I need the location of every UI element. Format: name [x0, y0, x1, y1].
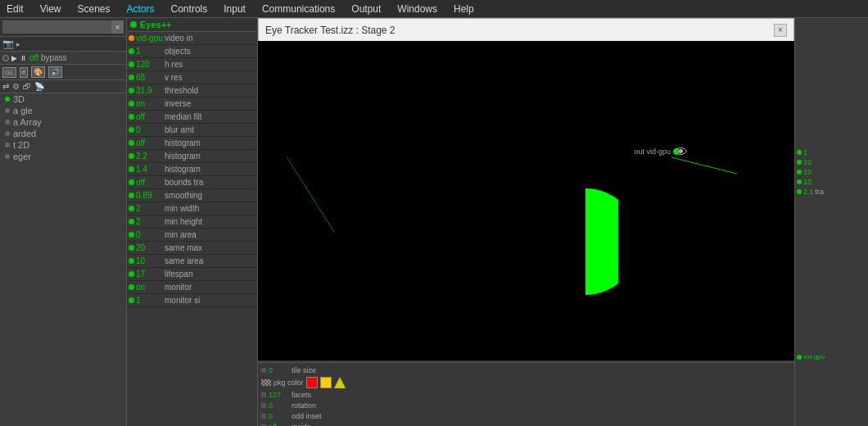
- play-icon[interactable]: ▶: [11, 54, 17, 62]
- prop-dot: [261, 368, 266, 373]
- camera-icon[interactable]: 📷: [2, 39, 14, 49]
- green-shape: [553, 188, 618, 295]
- param-vres[interactable]: 68 v res: [127, 71, 257, 84]
- param-min-width[interactable]: 2 min width: [127, 202, 257, 215]
- menu-scenes[interactable]: Scenes: [74, 2, 113, 16]
- param-value: 120: [136, 60, 165, 69]
- param-smoothing[interactable]: 0.89 smoothing: [127, 189, 257, 202]
- param-blur-amt[interactable]: 0 blur amt: [127, 124, 257, 137]
- menu-controls[interactable]: Controls: [168, 2, 211, 16]
- param-monitor[interactable]: on monitor: [127, 281, 257, 294]
- param-value: 1: [136, 47, 165, 56]
- prop-pkg-color[interactable]: pkg color: [261, 377, 409, 388]
- right-param-row[interactable]: 10: [797, 158, 866, 166]
- layers-icon[interactable]: 🗗: [23, 82, 31, 91]
- menu-output[interactable]: Output: [348, 2, 384, 16]
- ff-icon[interactable]: ff: [20, 67, 28, 78]
- pause-icon[interactable]: ⏸: [20, 54, 27, 62]
- param-monitor-size[interactable]: 1 monitor si: [127, 294, 257, 307]
- search-close-button[interactable]: ×: [111, 20, 124, 34]
- stage-title: Eye Tracker Test.izz : Stage 2: [265, 25, 774, 36]
- color-yellow-btn[interactable]: [320, 377, 332, 388]
- param-dot: [129, 140, 134, 146]
- param-min-height[interactable]: 2 min height: [127, 215, 257, 229]
- prop-dot: [261, 392, 266, 397]
- sidebar-item-t2d[interactable]: t 2D: [0, 139, 126, 151]
- search-bar: ×: [0, 18, 126, 37]
- param-label: min height: [165, 217, 255, 226]
- param-dot: [129, 179, 134, 185]
- prop-inside[interactable]: off inside: [261, 423, 409, 426]
- param-value: 31.9: [136, 86, 165, 95]
- param-lifespan[interactable]: 17 lifespan: [127, 268, 257, 281]
- param-median-filt[interactable]: off median filt: [127, 111, 257, 124]
- connector-line: [258, 41, 794, 360]
- prop-odd-inset[interactable]: 0 odd inset: [261, 412, 409, 420]
- sidebar-item-arded[interactable]: arded: [0, 128, 126, 139]
- param-histogram3[interactable]: 1.4 histogram: [127, 163, 257, 176]
- param-value: 10: [136, 256, 165, 265]
- menu-actors[interactable]: Actors: [124, 2, 158, 16]
- bottom-props-list: 0 tile size pkg color 127 facets: [261, 366, 409, 426]
- gl-icon[interactable]: GL: [2, 67, 16, 78]
- expand-icon: ▸: [16, 40, 20, 48]
- sidebar-item-angle[interactable]: a gle: [0, 105, 126, 116]
- sidebar-item-3d[interactable]: 3D: [0, 93, 126, 105]
- right-param-row[interactable]: 10: [797, 168, 866, 176]
- right-param-row[interactable]: 10: [797, 178, 866, 186]
- sidebar-item-array[interactable]: a Array: [0, 116, 126, 128]
- stage-close-button[interactable]: ×: [774, 24, 787, 37]
- param-inverse[interactable]: on inverse: [127, 97, 257, 111]
- eye-icon[interactable]: 👁: [675, 145, 688, 160]
- arrows-icon[interactable]: ⇄: [2, 82, 9, 91]
- param-value: vid-gpu: [136, 34, 165, 43]
- menu-windows[interactable]: Windows: [394, 2, 441, 16]
- color-icon[interactable]: 🎨: [31, 66, 45, 78]
- param-value: 17: [136, 270, 165, 279]
- param-same-max[interactable]: 20 same max: [127, 242, 257, 255]
- menu-input[interactable]: Input: [220, 2, 249, 16]
- prop-label: inside: [292, 423, 311, 426]
- param-same-area[interactable]: 10 same area: [127, 255, 257, 268]
- settings-icon[interactable]: ⚙: [12, 82, 20, 91]
- prop-tile-size[interactable]: 0 tile size: [261, 366, 409, 374]
- param-video-in[interactable]: vid-gpu video in: [127, 32, 257, 45]
- prop-value: 127: [269, 391, 289, 399]
- param-hres[interactable]: 120 h res: [127, 58, 257, 71]
- right-param-row[interactable]: 1: [797, 148, 866, 156]
- param-objects[interactable]: 1 objects: [127, 45, 257, 58]
- param-min-area[interactable]: 0 min area: [127, 229, 257, 242]
- sidebar-item-eger[interactable]: eger: [0, 151, 126, 162]
- item-dot: [5, 131, 10, 136]
- audio-icon[interactable]: 🔊: [48, 66, 62, 78]
- param-label: histogram: [165, 138, 255, 147]
- menu-edit[interactable]: Edit: [3, 2, 27, 16]
- menu-bar: Edit View Scenes Actors Controls Input C…: [0, 0, 868, 18]
- menu-communications[interactable]: Communications: [259, 2, 338, 16]
- item-dot: [5, 108, 10, 113]
- wifi-icon[interactable]: 📡: [34, 82, 44, 91]
- param-label: video in: [165, 34, 255, 43]
- param-histogram2[interactable]: 2.2 histogram: [127, 150, 257, 163]
- prop-dot: [261, 414, 266, 419]
- param-label: v res: [165, 73, 255, 82]
- param-bounds-tra[interactable]: off bounds tra: [127, 176, 257, 189]
- triangle-shape: [334, 377, 346, 388]
- left-sidebar: × 📷 ▸ ▶ ⏸ off bypass GL ff 🎨 🔊 ⇄ ⚙ 🗗 📡: [0, 18, 127, 426]
- right-param-row[interactable]: 2.1 tra: [797, 188, 866, 196]
- param-label: lifespan: [165, 270, 255, 279]
- param-dot: [129, 271, 134, 277]
- param-threshold[interactable]: 31.9 threshold: [127, 84, 257, 97]
- menu-view[interactable]: View: [37, 2, 65, 16]
- color-red-btn[interactable]: [306, 377, 318, 388]
- param-histogram1[interactable]: off histogram: [127, 137, 257, 150]
- stage-canvas: [258, 41, 794, 360]
- param-dot: [129, 166, 134, 172]
- menu-help[interactable]: Help: [450, 2, 477, 16]
- prop-facets[interactable]: 127 facets: [261, 391, 409, 399]
- search-input[interactable]: [2, 20, 111, 34]
- prop-rotation[interactable]: 0 rotation: [261, 401, 409, 410]
- param-dot: [129, 75, 134, 80]
- right-dot: [797, 160, 802, 165]
- bypass-label: bypass: [41, 53, 67, 62]
